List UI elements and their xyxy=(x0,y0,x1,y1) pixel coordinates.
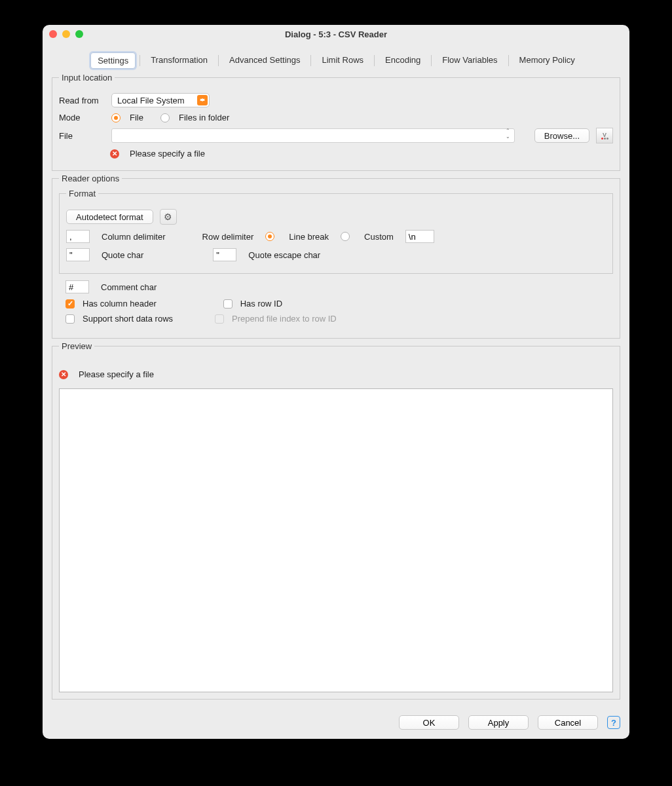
preview-legend: Preview xyxy=(59,341,94,351)
window-title: Dialog - 5:3 - CSV Reader xyxy=(43,29,629,39)
autodetect-button[interactable]: Autodetect format xyxy=(66,210,153,224)
reader-options-legend: Reader options xyxy=(59,174,122,183)
mode-label: Mode xyxy=(59,113,105,122)
input-location-group: Input location Read from Local File Syst… xyxy=(52,73,620,171)
tab-advanced-settings[interactable]: Advanced Settings xyxy=(223,52,307,69)
row-delim-linebreak-label: Line break xyxy=(289,232,329,242)
preview-error-text: Please specify a file xyxy=(79,369,154,379)
quote-char-input[interactable] xyxy=(66,248,90,261)
ok-button[interactable]: OK xyxy=(399,715,459,730)
quote-escape-input[interactable] xyxy=(213,248,236,261)
error-icon xyxy=(110,149,119,159)
tab-flow-variables[interactable]: Flow Variables xyxy=(436,52,504,69)
preview-table xyxy=(59,388,613,692)
flow-variable-icon[interactable]: V xyxy=(596,128,613,143)
file-label: File xyxy=(59,131,105,141)
has-row-id-label: Has row ID xyxy=(240,299,282,309)
read-from-label: Read from xyxy=(59,96,105,105)
comment-char-label: Comment char xyxy=(101,282,157,292)
tab-memory-policy[interactable]: Memory Policy xyxy=(513,52,582,69)
tab-limit-rows[interactable]: Limit Rows xyxy=(315,52,370,69)
browse-button[interactable]: Browse... xyxy=(534,128,589,143)
chevron-updown-icon xyxy=(197,95,208,105)
has-column-header-label: Has column header xyxy=(83,299,157,309)
row-delimiter-label: Row delimiter xyxy=(202,232,254,242)
comment-char-input[interactable] xyxy=(65,280,89,293)
format-group: Format Autodetect format Column delimite… xyxy=(59,189,613,274)
help-icon[interactable]: ? xyxy=(607,716,620,729)
error-icon xyxy=(59,370,68,379)
row-delim-custom-label: Custom xyxy=(364,232,394,242)
has-column-header-checkbox[interactable] xyxy=(65,299,75,309)
titlebar: Dialog - 5:3 - CSV Reader xyxy=(43,25,629,43)
support-short-rows-checkbox[interactable] xyxy=(65,314,75,324)
tab-encoding[interactable]: Encoding xyxy=(379,52,427,69)
mode-files-label: Files in folder xyxy=(179,113,229,122)
window-controls xyxy=(49,30,83,38)
mode-file-label: File xyxy=(130,113,143,122)
zoom-icon[interactable] xyxy=(75,30,83,38)
dialog-footer: OK Apply Cancel ? xyxy=(43,709,629,739)
input-location-legend: Input location xyxy=(59,73,115,83)
cancel-button[interactable]: Cancel xyxy=(538,715,598,730)
gear-icon[interactable] xyxy=(160,209,177,225)
tab-settings[interactable]: Settings xyxy=(90,52,136,69)
read-from-select[interactable]: Local File System xyxy=(111,93,210,107)
mode-files-radio[interactable] xyxy=(160,113,170,122)
column-delimiter-label: Column delimiter xyxy=(102,232,166,242)
row-delim-linebreak-radio[interactable] xyxy=(265,232,274,241)
preview-group: Preview Please specify a file xyxy=(52,341,620,700)
tab-transformation[interactable]: Transformation xyxy=(144,52,214,69)
dialog-window: Dialog - 5:3 - CSV Reader Settings Trans… xyxy=(43,25,629,739)
quote-escape-label: Quote escape char xyxy=(248,250,320,260)
prepend-index-checkbox xyxy=(215,314,224,324)
prepend-index-label: Prepend file index to row ID xyxy=(232,314,337,324)
tab-bar: Settings Transformation Advanced Setting… xyxy=(52,52,620,69)
file-path-combo[interactable] xyxy=(111,128,515,143)
has-row-id-checkbox[interactable] xyxy=(223,299,233,309)
mode-file-radio[interactable] xyxy=(111,113,121,122)
minimize-icon[interactable] xyxy=(62,30,70,38)
reader-options-group: Reader options Format Autodetect format … xyxy=(52,174,620,339)
content: Settings Transformation Advanced Setting… xyxy=(43,43,629,709)
column-delimiter-input[interactable] xyxy=(66,230,90,243)
row-delim-custom-radio[interactable] xyxy=(341,232,350,241)
close-icon[interactable] xyxy=(49,30,57,38)
support-short-rows-label: Support short data rows xyxy=(83,314,173,324)
format-legend: Format xyxy=(66,189,98,198)
row-delim-custom-input[interactable] xyxy=(405,230,434,243)
quote-char-label: Quote char xyxy=(102,250,143,260)
file-error-text: Please specify a file xyxy=(130,149,205,159)
apply-button[interactable]: Apply xyxy=(468,715,529,730)
